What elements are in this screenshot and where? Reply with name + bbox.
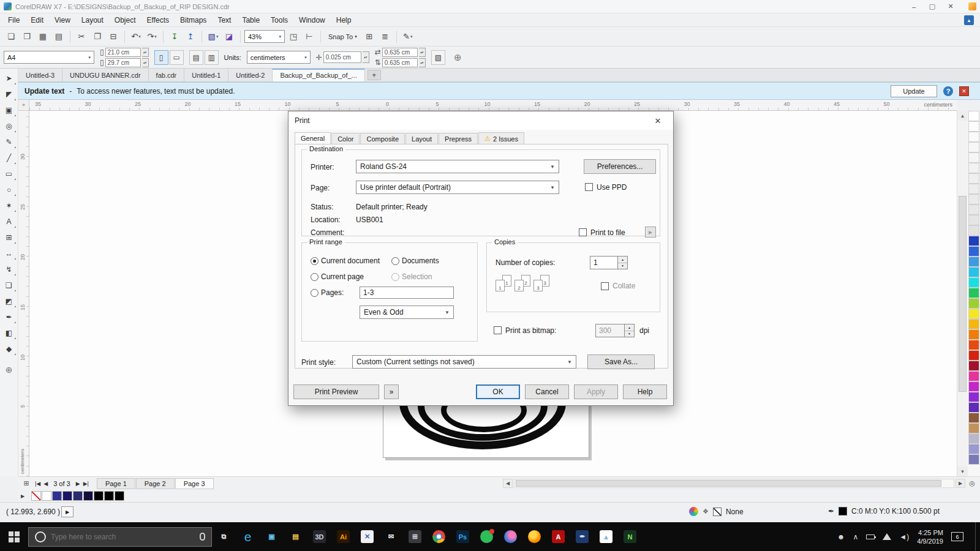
duplicate-x-stepper[interactable]: ▴▾ [419,48,426,57]
scroll-left-icon[interactable]: ◀ [503,479,513,488]
corel-badge-icon[interactable] [968,2,976,10]
show-rulers-icon[interactable]: ⊢ [302,29,317,44]
shape-tool[interactable]: ◤ [2,87,17,101]
menu-effects[interactable]: Effects [141,14,175,26]
help-icon[interactable]: ? [943,86,953,96]
app-icon-green[interactable]: N [618,522,642,551]
3dwox-icon[interactable]: 3D [307,522,331,551]
last-page-button[interactable]: ▶| [83,481,89,487]
palette-swatch[interactable] [968,163,979,173]
maximize-icon[interactable]: ▢ [928,2,937,10]
bitmap-dpi-input[interactable]: 300 [595,324,625,337]
preview-expand-button[interactable]: » [384,384,399,399]
statusbar-flyout-button[interactable]: ▶ [61,506,74,517]
print-icon[interactable]: ▤ [51,29,66,44]
table-tool[interactable]: ⊞ [2,230,17,244]
smart-fill-tool[interactable]: ◆ [2,342,17,356]
print-as-bitmap-checkbox[interactable] [494,326,502,334]
crop-tool[interactable]: ▣ [2,103,17,117]
file-explorer-icon[interactable]: ▤ [284,522,307,551]
add-tools-button[interactable]: ⊕ [2,362,17,377]
collate-checkbox[interactable] [601,282,609,290]
photos-icon[interactable]: ▲ [594,522,618,551]
swirl-drawing[interactable] [388,405,584,457]
snap-to-dropdown[interactable]: Snap To▾ [325,33,361,40]
page-select[interactable]: Use printer default (Portrait)▼ [356,181,559,194]
nudge-field[interactable]: 0.025 cm [323,51,361,63]
palette-swatch[interactable] [968,423,979,433]
close-icon[interactable]: ✕ [946,2,955,10]
document-tab[interactable]: Untitled-1 [184,69,228,81]
palette-swatch[interactable] [968,204,979,215]
undo-icon[interactable]: ↶▾ [129,29,143,44]
duplicate-y-stepper[interactable]: ▴▾ [419,58,426,67]
add-page-icon[interactable]: ⊞ [21,479,32,489]
document-tab[interactable]: Untitled-3 [18,69,62,81]
cancel-button[interactable]: Cancel [525,384,569,399]
document-palette-swatch[interactable] [115,491,124,501]
add-control-icon[interactable]: ⊕ [451,50,465,65]
save-as-button[interactable]: Save As... [587,354,655,369]
drop-shadow-tool[interactable]: ❑ [2,278,17,292]
preferences-button[interactable]: Preferences... [584,159,656,174]
palette-swatch[interactable] [968,257,979,267]
current-page-radio[interactable] [311,273,318,281]
menu-bitmaps[interactable]: Bitmaps [175,14,212,26]
vertical-ruler[interactable]: centimeters 30252015105 [18,111,29,476]
all-pages-button[interactable]: ▤ [189,50,203,65]
print-tab-prepress[interactable]: Prepress [439,133,478,144]
page-height-stepper[interactable]: ▴▾ [142,58,149,67]
people-icon[interactable]: ☻ [837,533,845,541]
page-width-stepper[interactable]: ▴▾ [142,48,149,57]
acrobat-icon[interactable]: A [546,522,570,551]
ellipse-tool[interactable]: ○ [2,182,17,197]
next-page-button[interactable]: ▶ [76,481,80,487]
palette-swatch[interactable] [968,111,979,121]
menubar-end-icon[interactable]: ▴ [964,15,974,25]
notifications-icon[interactable]: 6 [951,532,963,541]
app-icon-blue-round[interactable] [499,522,522,551]
app-icon-pen-blue[interactable]: ✒ [570,522,594,551]
align-guides-icon[interactable]: ≣ [378,29,393,44]
documents-radio[interactable] [391,257,399,265]
cut-icon[interactable]: ✂ [74,29,89,44]
menu-window[interactable]: Window [293,14,331,26]
menu-table[interactable]: Table [236,14,265,26]
open-icon[interactable]: ❒ [20,29,34,44]
print-preview-button[interactable]: Print Preview [293,384,379,399]
show-desktop-button[interactable] [975,522,979,551]
coreldraw-icon[interactable]: ✕ [355,522,379,551]
import-icon[interactable]: ↧ [167,29,182,44]
palette-swatch[interactable] [968,288,979,298]
palette-swatch[interactable] [968,402,979,413]
new-document-icon[interactable]: ❏ [4,29,18,44]
document-palette-swatch[interactable] [42,491,51,501]
rectangle-tool[interactable]: ▭ [2,167,17,181]
print-tab-general[interactable]: General [295,132,331,145]
no-color-swatch[interactable] [31,491,41,501]
print-dialog-titlebar[interactable]: Print ✕ [288,111,673,130]
menu-help[interactable]: Help [331,14,357,26]
new-document-tab-button[interactable]: + [368,70,381,80]
ruler-origin[interactable]: ⌖ [18,100,29,111]
photoshop-icon[interactable]: Ps [451,522,475,551]
hidden-icons-chevron[interactable]: ∧ [853,533,859,541]
illustrator-icon[interactable]: Ai [331,522,355,551]
nudge-stepper[interactable]: ▴▾ [363,51,369,63]
microphone-icon[interactable] [200,533,205,541]
help-button[interactable]: Help [623,384,667,399]
palette-swatch[interactable] [968,381,979,392]
show-grid-icon[interactable]: ⊞ [362,29,377,44]
first-page-button[interactable]: |◀ [35,481,40,487]
palette-swatch[interactable] [968,361,979,371]
palette-swatch[interactable] [968,277,979,288]
landscape-button[interactable]: ▭ [170,50,184,65]
print-to-file-checkbox[interactable] [579,228,587,236]
print-tab-layout[interactable]: Layout [405,133,438,144]
taskbar-clock[interactable]: 4:25 PM 4/9/2019 [917,528,943,545]
palette-swatch[interactable] [968,215,979,225]
pick-tool[interactable]: ➤ [2,71,17,85]
print-tab-color[interactable]: Color [331,133,360,144]
current-document-radio[interactable] [311,257,318,265]
corel-connect-icon[interactable]: ◪ [222,29,236,44]
